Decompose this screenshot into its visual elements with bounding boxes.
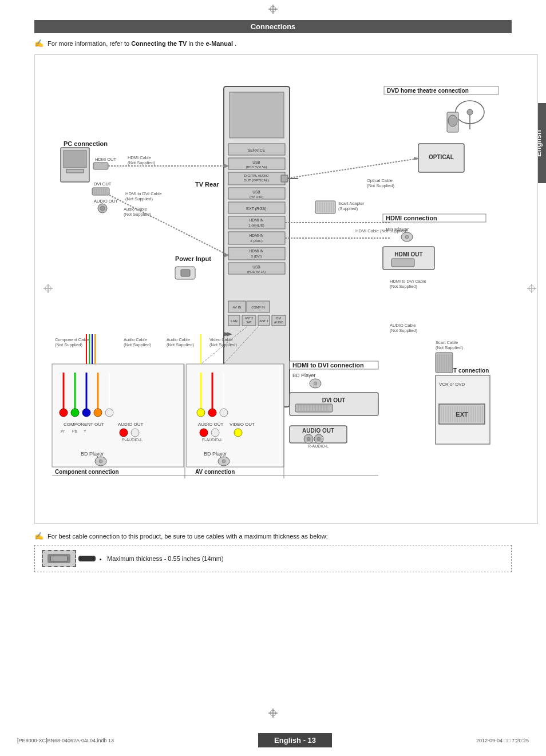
note1-end: . — [235, 40, 236, 47]
svg-text:VIDEO OUT: VIDEO OUT — [230, 422, 255, 427]
note1: ✍ For more information, refer to Connect… — [34, 39, 512, 48]
svg-text:(Not Supplied): (Not Supplied) — [167, 342, 194, 347]
svg-text:COMP IN: COMP IN — [251, 306, 264, 309]
note1-bold2: e-Manual — [205, 40, 233, 47]
svg-point-109 — [405, 235, 409, 239]
svg-text:R-AUDIO-L: R-AUDIO-L — [308, 444, 329, 448]
svg-text:Scart Cable: Scart Cable — [436, 340, 458, 345]
note1-bold1: Connecting the TV — [131, 40, 187, 47]
svg-text:HDMI IN: HDMI IN — [250, 218, 264, 222]
cable-illustration — [42, 550, 96, 567]
svg-point-194 — [120, 429, 128, 437]
svg-text:Audio Cable: Audio Cable — [124, 337, 147, 342]
svg-text:(Not Supplied): (Not Supplied) — [390, 328, 417, 333]
main-content: Connections ✍ For more information, refe… — [17, 11, 529, 618]
svg-text:HDMI to DVI Cable: HDMI to DVI Cable — [125, 191, 162, 196]
svg-text:AUDIO OUT: AUDIO OUT — [118, 422, 144, 427]
svg-line-72 — [109, 195, 228, 255]
svg-point-188 — [105, 409, 113, 417]
svg-text:TV Rear: TV Rear — [195, 181, 219, 188]
svg-text:(Not Supplied): (Not Supplied) — [367, 183, 394, 188]
svg-text:COMPONENT OUT: COMPONENT OUT — [64, 422, 104, 427]
svg-text:Audio Cable: Audio Cable — [124, 207, 147, 212]
svg-text:USB: USB — [252, 190, 260, 194]
svg-text:DIGITAL AUDIO: DIGITAL AUDIO — [244, 174, 268, 177]
svg-text:Y: Y — [84, 429, 86, 433]
svg-text:HDMI Cable: HDMI Cable — [128, 155, 151, 160]
svg-text:ANT 1: ANT 1 — [259, 319, 268, 323]
svg-text:Component Cable: Component Cable — [55, 337, 89, 342]
svg-text:(Not Supplied): (Not Supplied) — [124, 212, 151, 217]
svg-text:(Not Supplied): (Not Supplied) — [209, 342, 237, 347]
svg-text:EXT (RGB): EXT (RGB) — [246, 207, 266, 211]
svg-text:DVI OUT: DVI OUT — [94, 181, 112, 187]
page-number-box: English - 13 — [258, 733, 332, 747]
svg-rect-112 — [391, 259, 414, 267]
svg-text:(HV 0.5A): (HV 0.5A) — [250, 195, 263, 199]
svg-point-215 — [234, 429, 242, 437]
svg-rect-54 — [93, 163, 108, 169]
svg-rect-93 — [315, 201, 335, 213]
svg-text:HDMI to DVI Cable: HDMI to DVI Cable — [390, 279, 426, 284]
svg-text:(Not Supplied): (Not Supplied) — [390, 284, 417, 289]
note-icon: ✍ — [34, 39, 43, 48]
connections-header: Connections — [34, 20, 512, 33]
svg-text:(Not Supplied): (Not Supplied) — [436, 345, 463, 350]
svg-point-187 — [94, 409, 102, 417]
svg-text:DVI OUT: DVI OUT — [322, 397, 346, 403]
svg-text:R-AUDIO-L: R-AUDIO-L — [202, 438, 223, 442]
svg-point-199 — [99, 460, 102, 463]
svg-point-80 — [467, 109, 473, 115]
svg-text:(Not Supplied): (Not Supplied) — [128, 160, 155, 165]
svg-text:(Not Supplied): (Not Supplied) — [55, 342, 82, 347]
bottom-crosshair — [268, 708, 278, 719]
svg-point-173 — [307, 437, 310, 441]
svg-text:Optical Cable: Optical Cable — [367, 178, 393, 183]
svg-text:BD Player: BD Player — [204, 451, 227, 457]
footer-right: 2012-09-04 □□ 7:20:25 — [476, 738, 529, 743]
svg-text:Pb: Pb — [72, 429, 77, 433]
svg-rect-47 — [181, 270, 190, 276]
footer: [PE8000-XC]BN68-04062A-04L04.indb 13 Eng… — [0, 733, 546, 747]
note1-mid: in the — [188, 40, 205, 47]
cable-specs-list: Maximum thickness - 0.55 inches (14mm) — [107, 555, 224, 562]
svg-point-209 — [220, 409, 228, 417]
svg-text:HDMI connection: HDMI connection — [386, 215, 437, 221]
svg-point-208 — [208, 409, 216, 417]
note1-text: For more information, refer to — [48, 40, 131, 47]
svg-text:AUDIO Cable: AUDIO Cable — [390, 323, 416, 328]
svg-point-211 — [200, 429, 208, 437]
svg-point-218 — [222, 460, 225, 463]
svg-text:BD Player: BD Player — [292, 373, 316, 378]
svg-text:Audio Cable: Audio Cable — [167, 337, 190, 342]
svg-text:OUT (OPTICAL): OUT (OPTICAL) — [244, 179, 269, 182]
svg-point-186 — [82, 409, 90, 417]
svg-text:AUDIO OUT: AUDIO OUT — [94, 199, 118, 204]
svg-line-87 — [285, 159, 418, 179]
svg-text:Power Input: Power Input — [175, 255, 211, 262]
svg-point-175 — [317, 437, 321, 441]
svg-text:AV IN: AV IN — [232, 306, 241, 309]
svg-text:Scart Adapter: Scart Adapter — [338, 201, 365, 206]
page-number: English - 13 — [274, 736, 316, 745]
svg-text:BD Player: BD Player — [386, 227, 409, 232]
svg-text:AUDIO: AUDIO — [274, 320, 283, 324]
svg-text:AV connection: AV connection — [195, 469, 235, 475]
svg-text:HDMI to DVI connection: HDMI to DVI connection — [292, 362, 364, 369]
svg-text:SERVICE: SERVICE — [248, 148, 266, 152]
svg-text:OPTICAL: OPTICAL — [429, 154, 454, 160]
svg-text:2 (ARC): 2 (ARC) — [250, 239, 263, 243]
svg-point-207 — [197, 409, 205, 417]
note2: ✍ For best cable connection to this prod… — [34, 532, 512, 572]
svg-point-65 — [100, 206, 105, 211]
svg-text:ANT 2: ANT 2 — [245, 316, 253, 320]
svg-text:Pr: Pr — [61, 429, 65, 433]
svg-text:3 (DVI): 3 (DVI) — [251, 255, 262, 258]
svg-text:(Not Supplied): (Not Supplied) — [125, 196, 153, 201]
svg-text:Video Cable: Video Cable — [209, 337, 233, 342]
svg-text:LAN: LAN — [231, 319, 238, 323]
svg-text:(Not Supplied): (Not Supplied) — [124, 342, 151, 347]
page: English Connections ✍ For more informati… — [0, 0, 546, 756]
svg-point-155 — [314, 382, 317, 385]
diagram-wrapper: SERVICE USB (HDD 5V 0.5A) DIGITAL AUDIO … — [34, 54, 538, 525]
